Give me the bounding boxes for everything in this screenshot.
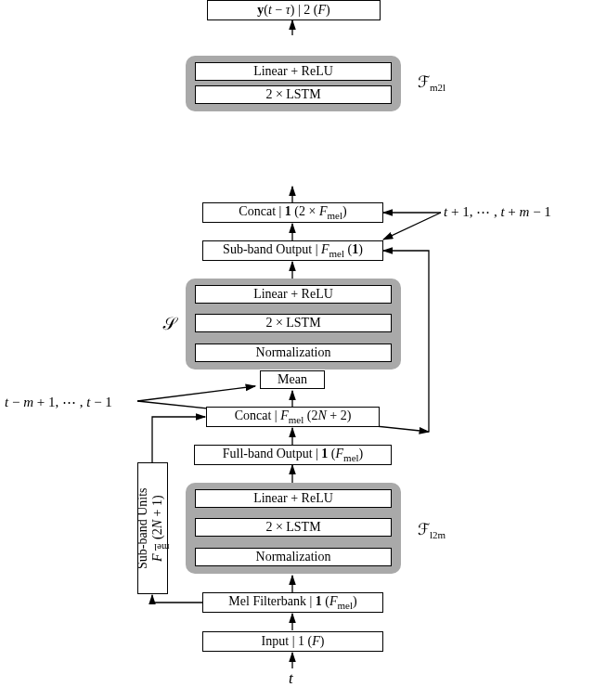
f-l2m-lstm-label: 2 × LSTM <box>265 520 320 535</box>
left-time-label: t − m + 1, ⋯ , t − 1 <box>5 394 112 410</box>
subband-units: Sub-band UnitsFmel (2N + 1) <box>137 462 168 594</box>
f-m2l-lstm: 2 × LSTM <box>195 85 392 104</box>
right-time-label: t + 1, ⋯ , t + m − 1 <box>444 203 551 220</box>
s-lstm: 2 × LSTM <box>195 314 392 332</box>
f-l2m-linear-label: Linear + ReLU <box>253 491 333 506</box>
s-norm-label: Normalization <box>256 345 331 360</box>
mean-box: Mean <box>260 370 325 389</box>
mean-label: Mean <box>278 372 307 387</box>
s-norm: Normalization <box>195 344 392 362</box>
s-linear: Linear + ReLU <box>195 285 392 304</box>
concat-upper: Concat | 1 (2 × Fmel) <box>202 202 383 223</box>
output-box: y(t − τ) | 2 (F) <box>207 0 381 20</box>
t-label: t <box>289 669 293 688</box>
mel-filterbank-label: Mel Filterbank | 1 (Fmel) <box>228 594 356 611</box>
f-m2l-linear: Linear + ReLU <box>195 62 392 81</box>
fullband-output-label: Full-band Output | 1 (Fmel) <box>223 447 364 463</box>
input-box: Input | 1 (F) <box>202 631 383 652</box>
s-symbol: 𝒮 <box>162 314 174 334</box>
f-l2m-lstm: 2 × LSTM <box>195 518 392 537</box>
f-l2m-norm-label: Normalization <box>256 550 331 564</box>
output-label: y(t − τ) | 2 (F) <box>257 3 329 18</box>
input-label: Input | 1 (F) <box>262 634 325 649</box>
subband-output: Sub-band Output | Fmel (1) <box>202 240 383 261</box>
f-m2l-linear-label: Linear + ReLU <box>253 64 333 79</box>
concat-lower: Concat | Fmel (2N + 2) <box>206 407 380 427</box>
svg-line-15 <box>383 213 441 240</box>
f-l2m-symbol: ℱl2m <box>418 520 446 540</box>
f-l2m-linear: Linear + ReLU <box>195 489 392 508</box>
s-lstm-label: 2 × LSTM <box>265 316 320 331</box>
subband-units-label: Sub-band UnitsFmel (2N + 1) <box>136 487 169 569</box>
f-m2l-symbol: ℱm2l <box>418 72 446 93</box>
svg-line-12 <box>137 386 255 401</box>
concat-upper-label: Concat | 1 (2 × Fmel) <box>239 204 346 221</box>
concat-lower-label: Concat | Fmel (2N + 2) <box>235 408 352 425</box>
f-l2m-norm: Normalization <box>195 548 392 566</box>
f-m2l-lstm-label: 2 × LSTM <box>265 87 320 102</box>
fullband-output: Full-band Output | 1 (Fmel) <box>194 445 392 465</box>
s-linear-label: Linear + ReLU <box>253 287 333 302</box>
subband-output-label: Sub-band Output | Fmel (1) <box>223 242 363 259</box>
mel-filterbank: Mel Filterbank | 1 (Fmel) <box>202 592 383 613</box>
